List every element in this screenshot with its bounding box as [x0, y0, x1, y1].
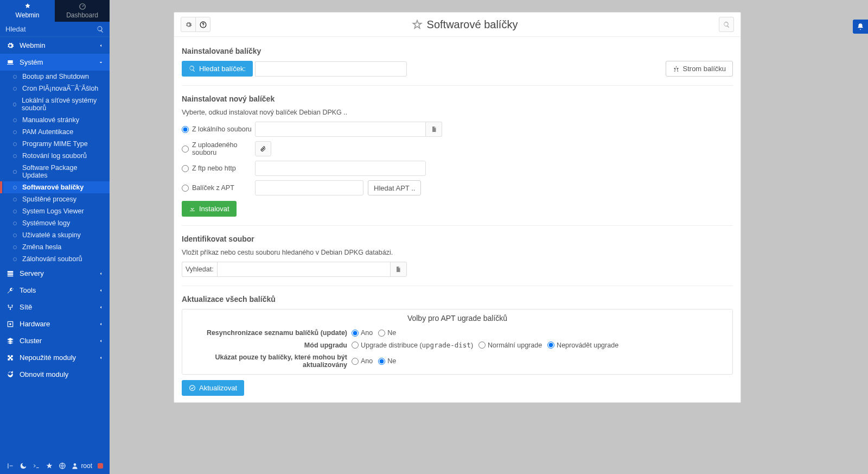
radio-local-input[interactable] — [182, 126, 189, 133]
sidebar-item-system-5[interactable]: Programy MIME Type — [3, 138, 110, 150]
mode-dist[interactable]: Upgrade distribuce (upgrade-dist) — [352, 341, 473, 349]
nav-tools-label: Tools — [20, 286, 36, 294]
resync-no[interactable]: Ne — [378, 329, 396, 337]
terminal-icon[interactable] — [33, 462, 40, 470]
mode-none[interactable]: Neprovádět upgrade — [547, 342, 618, 349]
search-package-button-label: Hledat balíček: — [199, 65, 246, 73]
layers-icon — [7, 337, 14, 345]
showonly-yes[interactable]: Ano — [352, 357, 373, 365]
mode-none-input[interactable] — [547, 342, 554, 349]
sidebar-item-system-8[interactable]: Softwarové balíčky — [3, 181, 110, 193]
apt-row-mode-key: Mód upgradu — [189, 342, 352, 349]
footer-user[interactable]: root — [71, 462, 92, 470]
file-icon — [395, 266, 401, 273]
globe-icon[interactable] — [59, 462, 66, 470]
install-grid: Z lokálního souboru Z uploadeného soubor… — [182, 122, 733, 195]
sidebar-footer: root — [0, 458, 110, 474]
nav-hardware[interactable]: Hardware — [0, 315, 110, 332]
apt-row-showonly-val: Ano Ne — [352, 357, 396, 365]
nav-cluster[interactable]: Cluster — [0, 332, 110, 349]
sidebar-item-system-0[interactable]: Bootup and Shutdown — [3, 71, 110, 83]
search-package-input[interactable] — [255, 61, 407, 77]
collapse-icon[interactable] — [7, 462, 14, 470]
nav-site[interactable]: Sítě — [0, 299, 110, 315]
sidebar-item-system-6[interactable]: Rotování log souborů — [3, 150, 110, 162]
identify-browse[interactable] — [391, 262, 407, 277]
showonly-no-label: Ne — [387, 357, 396, 365]
moon-icon[interactable] — [20, 462, 27, 470]
sidebar-item-system-1[interactable]: Cron PlÃ¡novaÃ¯Â¨Ãšloh — [3, 83, 110, 94]
apt-search-button-label: Hledat APT .. — [374, 184, 415, 192]
gear-icon — [185, 21, 192, 28]
chevron-left-icon — [99, 322, 103, 326]
ftp-url-input[interactable] — [255, 161, 426, 176]
sidebar-item-system-3[interactable]: Manualové stránky — [3, 114, 110, 126]
sidebar-item-system-9[interactable]: Spuštěné procesy — [3, 193, 110, 205]
resync-yes-input[interactable] — [352, 330, 359, 337]
main-header: Softwarové balíčky — [174, 12, 741, 37]
radio-upload[interactable]: Z uploadeného souboru — [182, 141, 255, 156]
sidebar-item-system-2[interactable]: Lokální a síťové systémy souborů — [3, 94, 110, 114]
sidebar-item-system-14[interactable]: Zálohování souborů — [3, 253, 110, 265]
showonly-yes-input[interactable] — [352, 358, 359, 365]
nav-webmin[interactable]: Webmin — [0, 37, 110, 54]
update-button[interactable]: Aktualizovat — [182, 380, 244, 396]
radio-apt[interactable]: Balíček z APT — [182, 184, 255, 192]
apt-search-button[interactable]: Hledat APT .. — [368, 180, 421, 195]
sidebar-item-system-4[interactable]: PAM Autentikace — [3, 126, 110, 138]
notification-panel-toggle[interactable] — [853, 20, 868, 34]
mode-normal-input[interactable] — [478, 342, 486, 349]
help-button[interactable] — [195, 17, 210, 32]
section-installed-title: Nainstalované balíčky — [182, 47, 733, 55]
tab-webmin[interactable]: Webmin — [0, 0, 55, 22]
radio-upload-input[interactable] — [182, 146, 189, 153]
mode-normal[interactable]: Normální upgrade — [478, 342, 542, 349]
svg-point-8 — [190, 385, 195, 391]
sidebar-search — [0, 22, 110, 37]
apt-row-resync-key: Resynchronizace seznamu balíčků (update) — [189, 329, 352, 337]
header-search-button[interactable] — [719, 17, 734, 32]
nav-tools[interactable]: Tools — [0, 282, 110, 299]
radio-ftp[interactable]: Z ftp nebo http — [182, 165, 255, 172]
identify-input[interactable] — [217, 262, 391, 277]
server-icon — [7, 270, 14, 277]
nav-refresh[interactable]: Obnovit moduly — [0, 366, 110, 383]
search-package-button[interactable]: Hledat balíček: — [182, 61, 253, 77]
sidebar-item-system-13[interactable]: Změna hesla — [3, 241, 110, 253]
sidebar-item-system-12[interactable]: Uživatelé a skupiny — [3, 229, 110, 241]
apt-row-showonly: Ukázat pouze ty balíčky, které mohou být… — [182, 351, 732, 374]
chevron-left-icon — [99, 339, 103, 343]
mode-dist-input[interactable] — [352, 342, 359, 349]
nav-system[interactable]: Systém — [0, 54, 110, 71]
section-update-title: Aktualizace všech balíčků — [182, 295, 733, 304]
resync-no-input[interactable] — [378, 330, 385, 337]
showonly-no[interactable]: Ne — [378, 357, 396, 365]
bell-icon — [857, 23, 864, 30]
radio-local[interactable]: Z lokálního souboru — [182, 125, 255, 133]
tab-dashboard[interactable]: Dashboard — [55, 0, 110, 22]
tree-button[interactable]: Strom balíčku — [666, 61, 733, 77]
star-outline-icon[interactable] — [412, 19, 423, 30]
nav-servers[interactable]: Servery — [0, 265, 110, 282]
sidebar-search-input[interactable] — [5, 25, 97, 33]
showonly-no-input[interactable] — [378, 358, 385, 365]
sidebar-tabs: Webmin Dashboard — [0, 0, 110, 22]
sidebar-item-system-10[interactable]: System Logs Viewer — [3, 205, 110, 217]
footer-alert-badge[interactable] — [98, 463, 103, 469]
sidebar-item-system-11[interactable]: Systémové logy — [3, 217, 110, 229]
install-button-label: Instalovat — [199, 205, 229, 213]
apt-package-input[interactable] — [255, 180, 363, 195]
radio-apt-input[interactable] — [182, 185, 189, 192]
local-file-browse[interactable] — [426, 122, 442, 137]
chevron-left-icon — [99, 271, 103, 276]
radio-ftp-input[interactable] — [182, 165, 189, 172]
sidebar-item-system-7[interactable]: Software Package Updates — [3, 162, 110, 181]
nav-unused[interactable]: Nepoužité moduly — [0, 349, 110, 366]
resync-yes[interactable]: Ano — [352, 329, 373, 337]
local-file-input[interactable] — [255, 122, 426, 137]
settings-button[interactable] — [181, 17, 196, 32]
upload-file-button[interactable] — [255, 141, 271, 156]
star-icon[interactable] — [46, 462, 53, 470]
install-button[interactable]: Instalovat — [182, 201, 237, 217]
nav-webmin-label: Webmin — [20, 41, 45, 49]
